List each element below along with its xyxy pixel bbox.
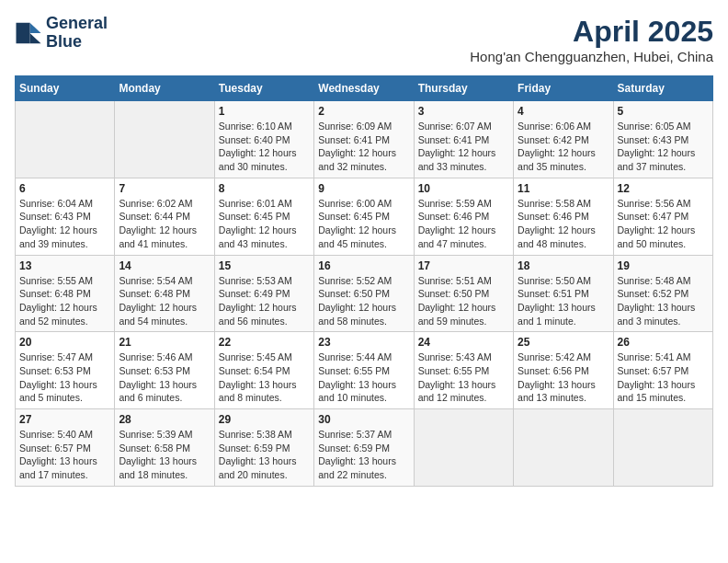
calendar-cell: 18Sunrise: 5:50 AM Sunset: 6:51 PM Dayli… bbox=[514, 255, 613, 332]
day-number: 21 bbox=[119, 336, 210, 349]
calendar-cell: 15Sunrise: 5:53 AM Sunset: 6:49 PM Dayli… bbox=[214, 255, 313, 332]
calendar-cell: 20Sunrise: 5:47 AM Sunset: 6:53 PM Dayli… bbox=[16, 332, 115, 409]
day-number: 13 bbox=[19, 259, 110, 272]
calendar-cell: 29Sunrise: 5:38 AM Sunset: 6:59 PM Dayli… bbox=[214, 409, 313, 487]
calendar-week-row: 13Sunrise: 5:55 AM Sunset: 6:48 PM Dayli… bbox=[16, 255, 713, 332]
day-number: 5 bbox=[618, 105, 709, 118]
calendar-cell: 13Sunrise: 5:55 AM Sunset: 6:48 PM Dayli… bbox=[16, 255, 115, 332]
svg-rect-3 bbox=[17, 23, 30, 44]
calendar-cell: 22Sunrise: 5:45 AM Sunset: 6:54 PM Dayli… bbox=[214, 332, 313, 409]
day-number: 8 bbox=[219, 182, 310, 195]
title-block: April 2025 Hong'an Chengguanzhen, Hubei,… bbox=[470, 15, 713, 64]
day-of-week-header: Sunday bbox=[16, 76, 115, 101]
day-info: Sunrise: 5:43 AM Sunset: 6:55 PM Dayligh… bbox=[418, 350, 509, 405]
calendar-week-row: 20Sunrise: 5:47 AM Sunset: 6:53 PM Dayli… bbox=[16, 332, 713, 409]
day-of-week-header: Thursday bbox=[414, 76, 513, 101]
day-number: 1 bbox=[219, 105, 310, 118]
day-info: Sunrise: 5:42 AM Sunset: 6:56 PM Dayligh… bbox=[518, 350, 609, 405]
calendar-cell: 14Sunrise: 5:54 AM Sunset: 6:48 PM Dayli… bbox=[115, 255, 214, 332]
day-info: Sunrise: 6:05 AM Sunset: 6:43 PM Dayligh… bbox=[618, 120, 709, 174]
logo-icon bbox=[15, 19, 42, 47]
day-info: Sunrise: 6:04 AM Sunset: 6:43 PM Dayligh… bbox=[19, 197, 110, 251]
day-number: 7 bbox=[119, 182, 210, 195]
day-of-week-header: Friday bbox=[514, 76, 613, 101]
calendar-cell: 1Sunrise: 6:10 AM Sunset: 6:40 PM Daylig… bbox=[214, 101, 313, 178]
calendar-cell: 16Sunrise: 5:52 AM Sunset: 6:50 PM Dayli… bbox=[314, 255, 414, 332]
calendar-cell: 12Sunrise: 5:56 AM Sunset: 6:47 PM Dayli… bbox=[613, 178, 712, 255]
day-info: Sunrise: 5:40 AM Sunset: 6:57 PM Dayligh… bbox=[19, 428, 110, 482]
day-number: 20 bbox=[19, 336, 110, 349]
calendar-cell: 8Sunrise: 6:01 AM Sunset: 6:45 PM Daylig… bbox=[214, 178, 313, 255]
calendar-cell: 3Sunrise: 6:07 AM Sunset: 6:41 PM Daylig… bbox=[414, 101, 513, 178]
calendar-cell: 2Sunrise: 6:09 AM Sunset: 6:41 PM Daylig… bbox=[314, 101, 414, 178]
day-number: 10 bbox=[418, 182, 509, 195]
day-info: Sunrise: 5:44 AM Sunset: 6:55 PM Dayligh… bbox=[318, 350, 409, 405]
day-number: 25 bbox=[518, 336, 609, 349]
day-info: Sunrise: 5:46 AM Sunset: 6:53 PM Dayligh… bbox=[119, 350, 210, 405]
day-info: Sunrise: 5:38 AM Sunset: 6:59 PM Dayligh… bbox=[219, 428, 310, 482]
calendar-cell: 19Sunrise: 5:48 AM Sunset: 6:52 PM Dayli… bbox=[613, 255, 712, 332]
calendar-cell bbox=[115, 101, 214, 178]
calendar-cell: 7Sunrise: 6:02 AM Sunset: 6:44 PM Daylig… bbox=[115, 178, 214, 255]
calendar-cell: 23Sunrise: 5:44 AM Sunset: 6:55 PM Dayli… bbox=[314, 332, 414, 409]
day-number: 18 bbox=[518, 259, 609, 272]
day-number: 19 bbox=[618, 259, 709, 272]
day-info: Sunrise: 6:06 AM Sunset: 6:42 PM Dayligh… bbox=[518, 120, 609, 174]
day-number: 4 bbox=[518, 105, 609, 118]
day-info: Sunrise: 6:00 AM Sunset: 6:45 PM Dayligh… bbox=[318, 197, 409, 251]
day-number: 24 bbox=[418, 336, 509, 349]
month-title: April 2025 bbox=[470, 15, 713, 49]
calendar-cell bbox=[16, 101, 115, 178]
calendar-cell bbox=[613, 409, 712, 487]
day-info: Sunrise: 5:50 AM Sunset: 6:51 PM Dayligh… bbox=[518, 274, 609, 328]
calendar-body: 1Sunrise: 6:10 AM Sunset: 6:40 PM Daylig… bbox=[16, 101, 713, 487]
day-number: 22 bbox=[219, 336, 310, 349]
day-info: Sunrise: 5:53 AM Sunset: 6:49 PM Dayligh… bbox=[219, 274, 310, 328]
calendar-cell: 28Sunrise: 5:39 AM Sunset: 6:58 PM Dayli… bbox=[115, 409, 214, 487]
day-info: Sunrise: 5:51 AM Sunset: 6:50 PM Dayligh… bbox=[418, 274, 509, 328]
day-info: Sunrise: 5:39 AM Sunset: 6:58 PM Dayligh… bbox=[119, 428, 210, 482]
calendar-week-row: 27Sunrise: 5:40 AM Sunset: 6:57 PM Dayli… bbox=[16, 409, 713, 487]
calendar-cell: 24Sunrise: 5:43 AM Sunset: 6:55 PM Dayli… bbox=[414, 332, 513, 409]
day-of-week-header: Tuesday bbox=[214, 76, 313, 101]
day-number: 6 bbox=[19, 182, 110, 195]
calendar-table: SundayMondayTuesdayWednesdayThursdayFrid… bbox=[15, 75, 713, 487]
day-info: Sunrise: 5:52 AM Sunset: 6:50 PM Dayligh… bbox=[318, 274, 409, 328]
day-info: Sunrise: 5:56 AM Sunset: 6:47 PM Dayligh… bbox=[618, 197, 709, 251]
calendar-cell: 11Sunrise: 5:58 AM Sunset: 6:46 PM Dayli… bbox=[514, 178, 613, 255]
day-info: Sunrise: 5:58 AM Sunset: 6:46 PM Dayligh… bbox=[518, 197, 609, 251]
calendar-header-row: SundayMondayTuesdayWednesdayThursdayFrid… bbox=[16, 76, 713, 101]
day-number: 14 bbox=[119, 259, 210, 272]
logo-text: General Blue bbox=[46, 15, 108, 52]
day-number: 27 bbox=[19, 413, 110, 426]
day-number: 17 bbox=[418, 259, 509, 272]
day-of-week-header: Saturday bbox=[613, 76, 712, 101]
calendar-cell: 30Sunrise: 5:37 AM Sunset: 6:59 PM Dayli… bbox=[314, 409, 414, 487]
day-info: Sunrise: 5:54 AM Sunset: 6:48 PM Dayligh… bbox=[119, 274, 210, 328]
day-info: Sunrise: 6:02 AM Sunset: 6:44 PM Dayligh… bbox=[119, 197, 210, 251]
calendar-cell: 10Sunrise: 5:59 AM Sunset: 6:46 PM Dayli… bbox=[414, 178, 513, 255]
day-number: 28 bbox=[119, 413, 210, 426]
day-info: Sunrise: 6:10 AM Sunset: 6:40 PM Dayligh… bbox=[219, 120, 310, 174]
logo: General Blue bbox=[15, 15, 108, 52]
calendar-cell: 27Sunrise: 5:40 AM Sunset: 6:57 PM Dayli… bbox=[16, 409, 115, 487]
location-title: Hong'an Chengguanzhen, Hubei, China bbox=[470, 49, 713, 64]
day-number: 3 bbox=[418, 105, 509, 118]
day-info: Sunrise: 5:55 AM Sunset: 6:48 PM Dayligh… bbox=[19, 274, 110, 328]
calendar-cell: 17Sunrise: 5:51 AM Sunset: 6:50 PM Dayli… bbox=[414, 255, 513, 332]
day-info: Sunrise: 5:47 AM Sunset: 6:53 PM Dayligh… bbox=[19, 350, 110, 405]
day-info: Sunrise: 5:45 AM Sunset: 6:54 PM Dayligh… bbox=[219, 350, 310, 405]
day-info: Sunrise: 5:41 AM Sunset: 6:57 PM Dayligh… bbox=[618, 350, 709, 405]
calendar-cell: 4Sunrise: 6:06 AM Sunset: 6:42 PM Daylig… bbox=[514, 101, 613, 178]
calendar-cell: 9Sunrise: 6:00 AM Sunset: 6:45 PM Daylig… bbox=[314, 178, 414, 255]
day-info: Sunrise: 6:07 AM Sunset: 6:41 PM Dayligh… bbox=[418, 120, 509, 174]
day-number: 23 bbox=[318, 336, 409, 349]
day-info: Sunrise: 5:48 AM Sunset: 6:52 PM Dayligh… bbox=[618, 274, 709, 328]
calendar-cell: 5Sunrise: 6:05 AM Sunset: 6:43 PM Daylig… bbox=[613, 101, 712, 178]
day-number: 11 bbox=[518, 182, 609, 195]
day-number: 16 bbox=[318, 259, 409, 272]
day-info: Sunrise: 5:59 AM Sunset: 6:46 PM Dayligh… bbox=[418, 197, 509, 251]
day-info: Sunrise: 6:01 AM Sunset: 6:45 PM Dayligh… bbox=[219, 197, 310, 251]
day-number: 26 bbox=[618, 336, 709, 349]
calendar-cell bbox=[414, 409, 513, 487]
